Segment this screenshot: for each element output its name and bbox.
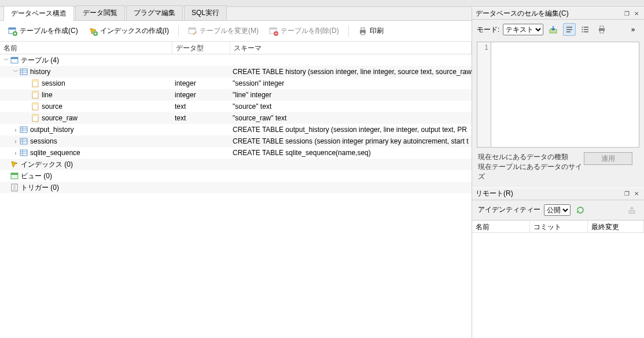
tab-browse[interactable]: データ閲覧 bbox=[75, 5, 125, 20]
tree-node-output-history[interactable]: › output_history CREATE TABLE output_his… bbox=[0, 124, 472, 135]
node-schema: CREATE TABLE history (session integer, l… bbox=[230, 68, 472, 76]
tree-header-type[interactable]: データ型 bbox=[172, 42, 230, 54]
node-label: インデックス (0) bbox=[21, 160, 73, 170]
svg-rect-1 bbox=[9, 28, 16, 30]
editor-gutter: 1 bbox=[477, 42, 491, 148]
node-schema: CREATE TABLE output_history (session int… bbox=[230, 126, 472, 134]
edit-cell-toolbar: モード: テキスト » bbox=[472, 20, 644, 39]
print-cell-icon[interactable] bbox=[595, 23, 608, 36]
svg-rect-10 bbox=[361, 28, 365, 30]
svg-rect-18 bbox=[32, 91, 38, 93]
tab-pragma[interactable]: プラグマ編集 bbox=[126, 5, 183, 20]
remote-header-name[interactable]: 名前 bbox=[472, 221, 530, 232]
print-button[interactable]: 印刷 bbox=[355, 24, 387, 38]
delete-table-button[interactable]: テーブルを削除(D) bbox=[266, 24, 343, 38]
node-schema: CREATE TABLE sqlite_sequence(name,seq) bbox=[230, 149, 472, 157]
tree-header-name[interactable]: 名前 bbox=[0, 42, 172, 54]
node-schema: "source_raw" text bbox=[230, 114, 472, 122]
svg-rect-5 bbox=[189, 28, 196, 30]
node-label: トリガー (0) bbox=[21, 183, 59, 193]
tree-node-indices[interactable]: インデックス (0) bbox=[0, 159, 472, 170]
mode-label: モード: bbox=[477, 25, 499, 35]
expander-icon[interactable]: › bbox=[12, 127, 20, 133]
text-format-icon[interactable] bbox=[563, 23, 576, 36]
tree-node-sqlite-sequence[interactable]: › sqlite_sequence CREATE TABLE sqlite_se… bbox=[0, 147, 472, 159]
svg-rect-34 bbox=[600, 26, 603, 28]
node-label: sessions bbox=[30, 137, 57, 145]
printer-icon bbox=[358, 27, 367, 36]
create-index-label: インデックスの作成(I) bbox=[100, 26, 169, 36]
svg-rect-20 bbox=[32, 103, 38, 105]
tree-node-history[interactable]: ﹀ history CREATE TABLE history (session … bbox=[0, 66, 472, 78]
remote-header-modified[interactable]: 最終変更 bbox=[588, 221, 644, 232]
create-index-button[interactable]: インデックスの作成(I) bbox=[85, 24, 172, 38]
node-schema: "source" text bbox=[230, 102, 472, 111]
expander-icon[interactable]: › bbox=[12, 150, 20, 156]
more-icon[interactable]: » bbox=[627, 23, 639, 36]
tree-header-schema[interactable]: スキーマ bbox=[230, 42, 472, 54]
modify-table-button[interactable]: テーブルを変更(M) bbox=[185, 24, 262, 38]
close-icon[interactable]: ✕ bbox=[632, 9, 641, 17]
node-label: line bbox=[42, 91, 53, 99]
svg-point-32 bbox=[582, 31, 583, 32]
node-label: output_history bbox=[30, 126, 73, 134]
table-icon bbox=[20, 137, 28, 145]
view-icon bbox=[10, 172, 19, 180]
column-icon bbox=[31, 114, 39, 122]
right-pane: データベースのセルを編集(C) ❐ ✕ モード: テキスト » 1 適用 現在セ… bbox=[472, 7, 644, 338]
tabstrip: データベース構造 データ閲覧 プラグマ編集 SQL実行 bbox=[0, 7, 472, 21]
refresh-icon[interactable] bbox=[574, 204, 587, 216]
remote-table-header: 名前 コミット 最終変更 bbox=[472, 220, 644, 233]
create-table-button[interactable]: テーブルを作成(C) bbox=[5, 24, 82, 38]
expander-icon[interactable]: › bbox=[12, 138, 20, 145]
import-icon[interactable] bbox=[547, 23, 560, 36]
svg-rect-25 bbox=[20, 150, 27, 156]
svg-rect-13 bbox=[11, 57, 18, 59]
tree-node-column[interactable]: source text "source" text bbox=[0, 101, 472, 112]
expander-icon[interactable]: ﹀ bbox=[2, 56, 10, 64]
apply-button[interactable]: 適用 bbox=[584, 152, 632, 165]
remote-panel-title: リモート(R) ❐ ✕ bbox=[472, 188, 644, 200]
tree-node-column[interactable]: session integer "session" integer bbox=[0, 78, 472, 89]
cell-status: 適用 現在セルにあるデータの種類 現在テーブルにあるデータのサイズ bbox=[472, 150, 644, 184]
tree-node-sessions[interactable]: › sessions CREATE TABLE sessions (sessio… bbox=[0, 135, 472, 147]
svg-point-31 bbox=[582, 29, 583, 30]
tree-node-column[interactable]: line integer "line" integer bbox=[0, 89, 472, 101]
column-icon bbox=[31, 102, 39, 111]
tab-structure[interactable]: データベース構造 bbox=[3, 6, 74, 21]
undock-icon[interactable]: ❐ bbox=[623, 9, 631, 17]
list-format-icon[interactable] bbox=[579, 23, 592, 36]
undock-icon[interactable]: ❐ bbox=[623, 190, 631, 198]
svg-rect-16 bbox=[32, 80, 38, 82]
table-delete-icon bbox=[269, 27, 278, 36]
print-label: 印刷 bbox=[370, 26, 384, 36]
node-type: integer bbox=[172, 91, 230, 99]
tree-node-triggers[interactable]: トリガー (0) bbox=[0, 182, 472, 193]
identity-select[interactable]: 公開 bbox=[544, 204, 571, 216]
toolbar-separator-2 bbox=[348, 25, 349, 37]
tab-sql[interactable]: SQL実行 bbox=[184, 5, 227, 20]
toolbar-separator bbox=[178, 25, 179, 37]
table-icon bbox=[20, 68, 28, 76]
panel-title-text: リモート(R) bbox=[476, 189, 513, 199]
identity-label: アイデンティティー bbox=[478, 205, 540, 215]
modify-table-label: テーブルを変更(M) bbox=[200, 26, 259, 36]
svg-point-30 bbox=[582, 27, 583, 28]
node-label: テーブル (4) bbox=[21, 56, 59, 65]
svg-rect-35 bbox=[600, 31, 603, 33]
push-icon[interactable] bbox=[625, 204, 638, 216]
tree-node-tables[interactable]: ﹀ テーブル (4) bbox=[0, 54, 472, 66]
tree-node-column[interactable]: source_raw text "source_raw" text bbox=[0, 112, 472, 124]
node-type: integer bbox=[172, 79, 230, 87]
node-label: sqlite_sequence bbox=[30, 149, 80, 157]
tree-node-views[interactable]: ビュー (0) bbox=[0, 170, 472, 182]
close-icon[interactable]: ✕ bbox=[632, 190, 641, 198]
edit-cell-panel-title: データベースのセルを編集(C) ❐ ✕ bbox=[472, 7, 644, 20]
tree-body: ﹀ テーブル (4) ﹀ history bbox=[0, 54, 472, 338]
editor-textarea[interactable] bbox=[491, 42, 639, 148]
node-label: source bbox=[42, 102, 62, 111]
remote-header-commit[interactable]: コミット bbox=[530, 221, 588, 232]
node-schema: "line" integer bbox=[230, 91, 472, 99]
mode-select[interactable]: テキスト bbox=[503, 24, 543, 35]
expander-icon[interactable]: ﹀ bbox=[12, 68, 20, 76]
